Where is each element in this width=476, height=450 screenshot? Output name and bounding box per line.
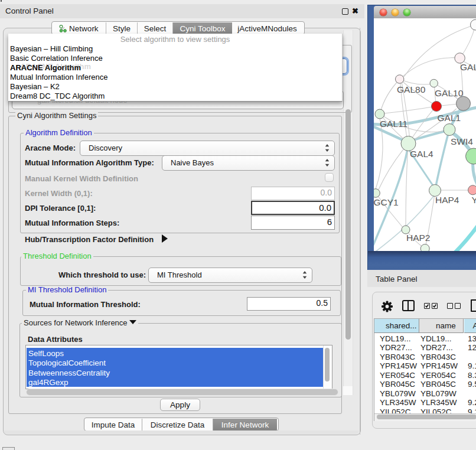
svg-text:GAL1: GAL1 [438, 113, 461, 123]
svg-text:GAL11: GAL11 [380, 119, 407, 129]
svg-text:GAL80: GAL80 [397, 84, 426, 94]
svg-text:GAL2: GAL2 [460, 62, 476, 72]
svg-text:SWI4: SWI4 [451, 136, 473, 146]
svg-text:YM: YM [472, 195, 476, 205]
svg-text:HAP4: HAP4 [435, 195, 459, 205]
svg-text:GAL10: GAL10 [435, 88, 464, 98]
svg-text:HAP2: HAP2 [406, 233, 431, 243]
svg-text:GAL4: GAL4 [410, 149, 433, 159]
svg-text:GCY1: GCY1 [374, 197, 399, 207]
